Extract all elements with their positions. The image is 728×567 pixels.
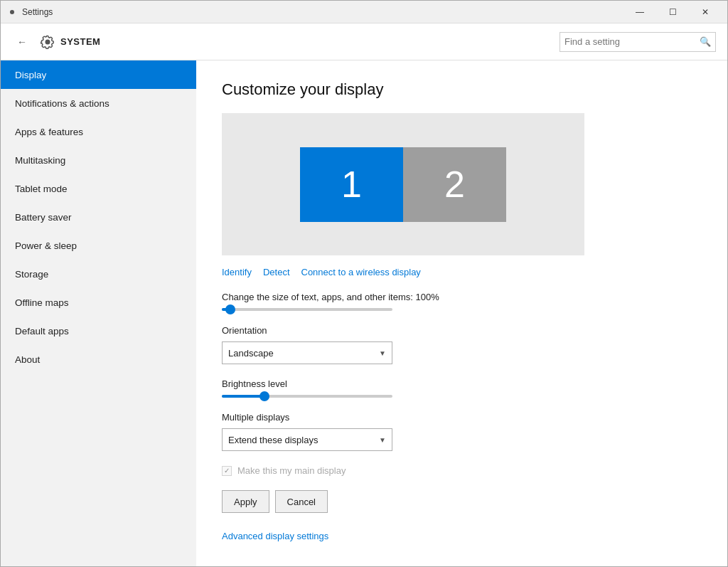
identify-link[interactable]: Identify xyxy=(222,267,252,277)
sidebar-item-offline-maps[interactable]: Offline maps xyxy=(1,288,196,317)
display-links: Identify Detect Connect to a wireless di… xyxy=(222,267,702,277)
main-display-checkbox-row: ✓ Make this my main display xyxy=(222,465,702,476)
search-icon: 🔍 xyxy=(700,36,711,47)
orientation-label: Orientation xyxy=(222,325,702,336)
search-input[interactable] xyxy=(564,36,700,47)
sidebar-item-tablet[interactable]: Tablet mode xyxy=(1,174,196,203)
sidebar-item-display[interactable]: Display xyxy=(1,60,196,89)
brightness-label: Brightness level xyxy=(222,378,702,389)
main-display-label: Make this my main display xyxy=(237,465,346,476)
action-buttons: Apply Cancel xyxy=(222,490,702,513)
main-content: Customize your display 1 2 Identify Dete… xyxy=(196,60,727,566)
sidebar-item-battery[interactable]: Battery saver xyxy=(1,203,196,231)
scale-label: Change the size of text, apps, and other… xyxy=(222,292,702,302)
monitor-1[interactable]: 1 xyxy=(300,147,403,222)
svg-point-1 xyxy=(46,39,50,44)
scale-section: Change the size of text, apps, and other… xyxy=(222,292,702,311)
maximize-button[interactable]: ☐ xyxy=(656,1,689,23)
brightness-slider[interactable] xyxy=(222,395,392,398)
scale-slider[interactable] xyxy=(222,308,392,311)
multiple-displays-dropdown[interactable]: Extend these displays ▼ xyxy=(222,428,392,451)
sidebar-item-storage[interactable]: Storage xyxy=(1,260,196,288)
detect-link[interactable]: Detect xyxy=(263,267,290,277)
brightness-slider-fill xyxy=(222,395,264,398)
chevron-down-icon: ▼ xyxy=(379,349,386,357)
minimize-button[interactable]: — xyxy=(623,1,656,23)
sidebar-item-apps[interactable]: Apps & features xyxy=(1,117,196,146)
apply-button[interactable]: Apply xyxy=(222,490,269,513)
header-bar: ← SYSTEM 🔍 xyxy=(1,23,727,60)
wireless-link[interactable]: Connect to a wireless display xyxy=(301,267,421,277)
page-title: Customize your display xyxy=(222,80,702,99)
settings-window-icon xyxy=(6,6,18,18)
back-button[interactable]: ← xyxy=(12,32,32,52)
title-bar-controls: — ☐ ✕ xyxy=(623,1,722,23)
sidebar-item-default-apps[interactable]: Default apps xyxy=(1,317,196,345)
cancel-button[interactable]: Cancel xyxy=(275,490,328,513)
main-display-checkbox[interactable]: ✓ xyxy=(222,466,232,476)
title-bar: Settings — ☐ ✕ xyxy=(1,1,727,23)
scale-slider-thumb[interactable] xyxy=(225,304,235,314)
title-bar-title: Settings xyxy=(22,7,623,17)
chevron-down-icon-2: ▼ xyxy=(379,436,386,444)
close-button[interactable]: ✕ xyxy=(689,1,722,23)
system-gear-icon xyxy=(41,35,55,49)
header-system-title: SYSTEM xyxy=(60,36,560,47)
brightness-section: Brightness level xyxy=(222,378,702,398)
sidebar: Display Notifications & actions Apps & f… xyxy=(1,60,196,566)
sidebar-item-about[interactable]: About xyxy=(1,345,196,373)
orientation-dropdown[interactable]: Landscape ▼ xyxy=(222,341,392,364)
svg-point-0 xyxy=(10,10,14,14)
multiple-displays-label: Multiple displays xyxy=(222,412,702,423)
orientation-section: Orientation Landscape ▼ xyxy=(222,325,702,364)
content-area: Display Notifications & actions Apps & f… xyxy=(1,60,727,566)
advanced-display-settings-link[interactable]: Advanced display settings xyxy=(222,531,328,541)
sidebar-item-multitasking[interactable]: Multitasking xyxy=(1,146,196,174)
sidebar-item-power[interactable]: Power & sleep xyxy=(1,231,196,260)
brightness-slider-thumb[interactable] xyxy=(259,391,269,401)
monitor-2[interactable]: 2 xyxy=(403,147,506,222)
display-preview: 1 2 xyxy=(222,113,584,255)
multiple-displays-section: Multiple displays Extend these displays … xyxy=(222,412,702,451)
sidebar-item-notifications[interactable]: Notifications & actions xyxy=(1,89,196,117)
